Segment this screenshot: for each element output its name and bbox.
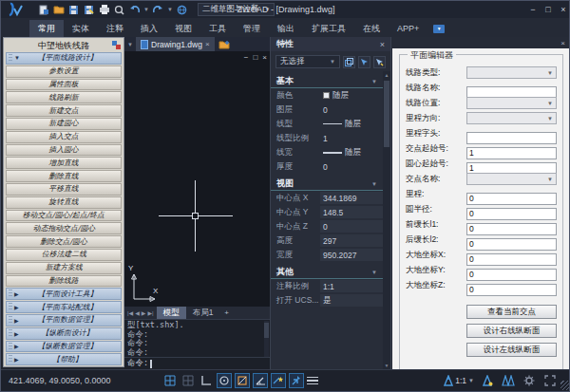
design-right-line-profile-button[interactable]: 设计右线纵断面 <box>466 324 557 338</box>
prop-row-linetype[interactable]: 线型 随层 <box>271 117 383 131</box>
quick-select-icon[interactable] <box>373 56 386 68</box>
mileage-direction-select[interactable]: ▼ <box>466 112 557 124</box>
route-type-select[interactable]: ▼ <box>466 66 557 79</box>
section-misc[interactable]: 其他 ▼ <box>271 266 383 279</box>
document-tab-drawing1[interactable]: Drawing1.dwg × <box>136 37 215 51</box>
prop-row-height[interactable]: 高度 297 <box>271 233 383 248</box>
prop-row-center-z[interactable]: 中心点 Z 0 <box>271 219 383 233</box>
sidebar-group-plane-design-tools[interactable]: ▶【平面设计工具】 <box>6 288 122 300</box>
mdi-restore-button[interactable]: □ <box>253 53 257 62</box>
tab-tools[interactable]: 工具 <box>200 20 235 37</box>
sidebar-item-dynamic-drag-points[interactable]: 动态拖动交点/圆心 <box>6 222 122 234</box>
tab-solid[interactable]: 实体 <box>64 20 98 37</box>
prop-row-annotation-scale[interactable]: 注释比例 1:1 <box>271 279 383 293</box>
prop-row-width[interactable]: 宽度 950.2027 <box>271 248 383 262</box>
section-view[interactable]: 视图 ▼ <box>271 177 383 191</box>
prop-row-color[interactable]: 颜色 随层 <box>271 88 383 103</box>
view-current-intersection-button[interactable]: 查看当前交点 <box>466 305 557 319</box>
prop-row-thickness[interactable]: 厚度 0 <box>271 159 383 174</box>
entity-snap-icon[interactable] <box>271 373 286 388</box>
sidebar-group-profile-data-management[interactable]: ▶【纵断数据管理】 <box>6 341 122 353</box>
new-file-icon[interactable] <box>37 4 49 15</box>
doc-tabs-menu-icon[interactable]: ▼ <box>124 42 136 47</box>
minimize-button[interactable]: − <box>525 2 541 17</box>
dynamic-input-icon[interactable] <box>289 373 304 388</box>
tab-view[interactable]: 视图 <box>166 20 200 37</box>
prop-row-layer[interactable]: 图层 0 <box>271 103 383 117</box>
scrollbar-thumb[interactable] <box>384 81 390 147</box>
undo-icon[interactable] <box>128 4 141 15</box>
close-button[interactable]: × <box>556 2 570 17</box>
tab-insert[interactable]: 插入 <box>132 20 166 37</box>
annotation-visibility-icon[interactable] <box>480 373 495 388</box>
sidebar-item-delete-route[interactable]: 删除线路 <box>6 275 122 288</box>
geodetic-z-input[interactable] <box>466 284 557 296</box>
sidebar-item-offset-second-line[interactable]: 位移法建二线 <box>6 249 122 261</box>
scrollbar-thumb[interactable] <box>264 323 269 338</box>
print-icon[interactable] <box>98 4 110 15</box>
sidebar-item-translate-line[interactable]: 平移直线 <box>6 183 122 196</box>
ortho-mode-icon[interactable] <box>199 373 214 388</box>
properties-scrollbar[interactable]: ▲ ▼ <box>383 71 390 369</box>
prop-row-linetype-scale[interactable]: 线型比例 1 <box>271 131 383 145</box>
status-menu-icon[interactable] <box>307 373 318 388</box>
ribbon-collapse-button[interactable]: ▼ <box>428 20 450 37</box>
sidebar-item-property-panel[interactable]: 属性面板 <box>6 79 122 91</box>
sidebar-item-rotate-line[interactable]: 旋转直线 <box>6 196 122 209</box>
resize-grip[interactable] <box>560 381 570 390</box>
plot-preview-icon[interactable] <box>113 4 125 15</box>
prop-row-center-x[interactable]: 中心点 X 344.1869 <box>271 191 383 205</box>
sidebar-item-insert-intersection[interactable]: 插入交点 <box>6 131 122 143</box>
tab-online[interactable]: 在线 <box>354 20 389 37</box>
sidebar-item-add-line[interactable]: 增加直线 <box>6 157 122 169</box>
sidebar-item-new-intersection[interactable]: 新建交点 <box>6 104 122 117</box>
sidebar-group-plane-station-track[interactable]: ▶【平面车站配线】 <box>6 301 122 313</box>
online-globe-icon[interactable] <box>176 4 188 15</box>
sidebar-item-new-circle-center[interactable]: 新建圆心 <box>6 118 122 130</box>
sidebar-item-insert-circle-center[interactable]: 插入圆心 <box>6 144 122 157</box>
settings-gear-icon[interactable] <box>522 373 537 388</box>
close-icon[interactable]: × <box>560 39 565 47</box>
sidebar-group-profile-design[interactable]: ▶【纵断面设计】 <box>6 327 122 340</box>
tab-layout1[interactable]: 布局1 <box>186 307 220 319</box>
object-snap-tracking-icon[interactable] <box>235 373 250 388</box>
undo-dropdown-icon[interactable]: ▼ <box>143 7 149 12</box>
sidebar-item-new-scheme-line[interactable]: 新建方案线 <box>6 262 122 274</box>
intersection-name-select[interactable]: ▼ <box>466 173 557 185</box>
mdi-minimize-button[interactable]: − <box>244 53 249 62</box>
prop-row-ucs-on[interactable]: 打开 UCS... 是 <box>271 293 383 308</box>
snap-grid-icon[interactable] <box>162 373 178 388</box>
mdi-close-button[interactable]: × <box>262 53 267 62</box>
drawing-canvas[interactable]: − □ × Y X <box>124 51 270 307</box>
prev-layout-icon[interactable]: ◀ <box>135 309 140 316</box>
object-snap-icon[interactable] <box>217 373 232 388</box>
last-layout-icon[interactable]: ▶| <box>147 309 153 316</box>
selection-dropdown[interactable]: 无选择 ▼ <box>276 55 340 68</box>
prop-row-center-y[interactable]: 中心点 Y 148.5 <box>271 205 383 219</box>
annotation-scale-control[interactable]: 1:1 ▼ <box>444 375 474 386</box>
tab-manage[interactable]: 管理 <box>235 20 269 37</box>
redo-icon[interactable] <box>152 4 164 15</box>
command-history[interactable]: 型[txt.shx]. 命令: 命令: 命令: <box>127 321 262 357</box>
polar-tracking-icon[interactable] <box>253 373 268 388</box>
section-basic[interactable]: 基本 ▼ <box>271 75 383 88</box>
scroll-up-icon[interactable]: ▲ <box>383 71 390 79</box>
tab-app-plus[interactable]: APP+ <box>389 20 428 37</box>
sidebar-item-delete-points[interactable]: 删除交点/圆心 <box>6 235 122 248</box>
route-position-select[interactable]: ▼ <box>466 97 557 109</box>
sidebar-item-route-refresh[interactable]: 线路刷新 <box>6 91 122 103</box>
palette-options-icon[interactable] <box>112 41 121 49</box>
add-layout-button[interactable]: + <box>219 308 234 317</box>
prop-row-lineweight[interactable]: 线宽 随层 <box>271 145 383 159</box>
next-layout-icon[interactable]: ▶ <box>142 309 146 316</box>
open-folder-icon[interactable] <box>52 4 65 15</box>
first-layout-icon[interactable]: |◀ <box>127 309 133 316</box>
sidebar-item-move-points[interactable]: 移动交点/圆心/起点/终点 <box>6 210 122 222</box>
maximize-button[interactable]: □ <box>541 2 556 17</box>
sidebar-group-plane-route-design[interactable]: ▼【平面线路设计】 <box>6 52 122 65</box>
close-icon[interactable]: × <box>380 40 385 49</box>
tab-home[interactable]: 常用 <box>29 20 64 37</box>
select-objects-icon[interactable] <box>358 56 370 68</box>
sidebar-group-plane-data-management[interactable]: ▶【平面数据管理】 <box>6 314 122 327</box>
save-as-icon[interactable] <box>83 4 95 15</box>
